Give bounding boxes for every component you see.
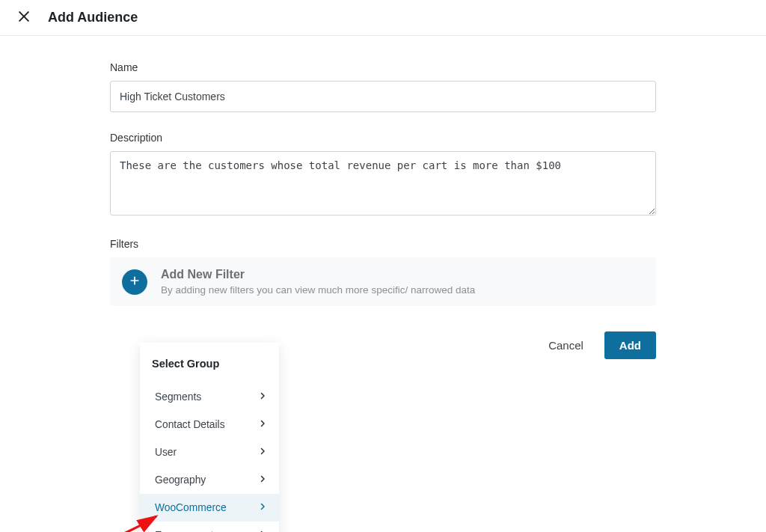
add-button[interactable]: Add (604, 331, 656, 359)
plus-icon (129, 275, 141, 290)
chevron-right-icon (258, 419, 267, 430)
cancel-button[interactable]: Cancel (544, 333, 588, 358)
group-item-segments[interactable]: Segments (140, 383, 279, 411)
add-filter-text: Add New Filter By adding new filters you… (161, 268, 475, 296)
group-item-label: WooCommerce (155, 502, 227, 513)
chevron-right-icon (258, 474, 267, 486)
chevron-right-icon (258, 502, 267, 513)
group-item-contact-details[interactable]: Contact Details (140, 411, 279, 438)
close-button[interactable] (13, 7, 34, 28)
dialog-header: Add Audience (0, 0, 766, 36)
select-group-title: Select Group (140, 343, 279, 383)
add-filter-title: Add New Filter (161, 268, 475, 281)
name-input[interactable] (110, 81, 656, 112)
add-filter-subtitle: By adding new filters you can view much … (161, 284, 475, 296)
group-item-label: Contact Details (155, 419, 225, 430)
filters-label: Filters (110, 238, 656, 250)
filters-section: Filters Add New Filter By adding new fil… (110, 238, 656, 306)
group-item-engagement[interactable]: Engagement (140, 522, 279, 532)
dialog-title: Add Audience (48, 10, 138, 25)
add-filter-button[interactable] (122, 269, 147, 295)
description-label: Description (110, 132, 656, 144)
group-item-label: Geography (155, 474, 206, 486)
name-label: Name (110, 61, 656, 73)
group-item-user[interactable]: User (140, 438, 279, 466)
dialog-content: Name Description Filters Add New Filter … (110, 36, 656, 359)
group-item-woocommerce[interactable]: WooCommerce (140, 494, 279, 522)
chevron-right-icon (258, 391, 267, 403)
close-icon (16, 9, 31, 27)
description-input[interactable] (110, 151, 656, 215)
description-field-block: Description (110, 132, 656, 218)
group-item-geography[interactable]: Geography (140, 466, 279, 494)
group-item-label: Segments (155, 391, 201, 403)
chevron-right-icon (258, 447, 267, 458)
select-group-panel: Select Group SegmentsContact DetailsUser… (140, 343, 279, 532)
add-filter-card[interactable]: Add New Filter By adding new filters you… (110, 257, 656, 306)
group-item-label: User (155, 447, 177, 458)
name-field-block: Name (110, 61, 656, 112)
